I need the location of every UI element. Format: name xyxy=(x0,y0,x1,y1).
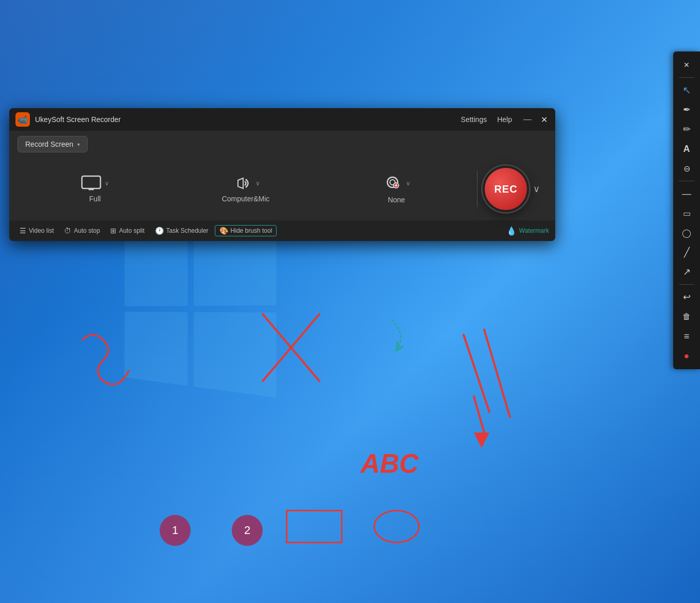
toolbar-row: Record Screen ▾ xyxy=(9,131,555,158)
watermark-label: Watermark xyxy=(519,227,549,234)
task-scheduler-item[interactable]: 🕐 Task Scheduler xyxy=(151,227,213,235)
diagonal-line-tool[interactable]: ╱ xyxy=(675,243,698,262)
title-bar: 📹 UkeySoft Screen Recorder Settings Help… xyxy=(9,108,555,131)
app-logo: 📹 xyxy=(15,112,30,127)
panel-divider-3 xyxy=(679,284,694,285)
ellipse-tool[interactable]: ◯ xyxy=(675,223,698,242)
hide-brush-icon: 🎨 xyxy=(219,227,228,235)
record-mode-dropdown[interactable]: Record Screen ▾ xyxy=(18,136,88,152)
auto-stop-item[interactable]: ⏱ Auto stop xyxy=(60,227,104,235)
cursor-tool[interactable]: ↖ xyxy=(675,81,698,99)
pen-tool[interactable]: ✒ xyxy=(675,100,698,119)
auto-split-icon: ⊞ xyxy=(110,227,116,235)
watermark-item[interactable]: 💧 Watermark xyxy=(506,226,549,236)
audio-icon-group: ∨ xyxy=(232,175,260,192)
help-menu[interactable]: Help xyxy=(497,115,512,124)
rec-dropdown-caret[interactable]: ∨ xyxy=(533,183,540,195)
rec-button[interactable]: REC xyxy=(483,166,529,212)
windows-logo xyxy=(113,232,268,386)
arrow-tool[interactable]: ↗ xyxy=(675,263,698,281)
panel-divider-1 xyxy=(679,77,694,78)
audio-control[interactable]: ∨ Computer&Mic xyxy=(170,175,321,203)
app-window: 📹 UkeySoft Screen Recorder Settings Help… xyxy=(9,108,555,241)
hide-brush-label: Hide brush tool xyxy=(231,227,272,234)
audio-label: Computer&Mic xyxy=(222,195,270,203)
watermark-icon: 💧 xyxy=(506,226,517,236)
line-tool[interactable]: — xyxy=(675,184,698,203)
hide-brush-tool-item[interactable]: 🎨 Hide brush tool xyxy=(215,225,277,236)
settings-menu[interactable]: Settings xyxy=(461,115,487,124)
video-list-icon: ☰ xyxy=(20,227,26,235)
task-scheduler-icon: 🕐 xyxy=(155,227,164,235)
delete-tool[interactable]: 🗑 xyxy=(675,307,698,326)
app-title: UkeySoft Screen Recorder xyxy=(35,115,461,124)
audio-caret: ∨ xyxy=(255,180,260,187)
auto-split-item[interactable]: ⊞ Auto split xyxy=(106,227,148,235)
close-window-button[interactable]: ✕ xyxy=(539,115,549,125)
rec-section: REC ∨ xyxy=(483,166,545,212)
svg-marker-3 xyxy=(238,178,243,188)
rectangle-tool[interactable]: ▭ xyxy=(675,204,698,222)
undo-tool[interactable]: ↩ xyxy=(675,288,698,306)
right-panel: ✕ ↖ ✒ ✏ A ⊖ — ▭ ◯ ╱ ↗ ↩ 🗑 ≡ ● xyxy=(673,51,700,369)
camera-icon-group: ∨ xyxy=(382,174,411,193)
auto-stop-icon: ⏱ xyxy=(64,227,71,235)
svg-rect-0 xyxy=(82,176,100,188)
video-list-item[interactable]: ☰ Video list xyxy=(15,227,58,235)
ellipse-annotation xyxy=(373,510,420,543)
desktop-background xyxy=(0,0,700,603)
task-scheduler-label: Task Scheduler xyxy=(166,227,209,234)
bottom-bar: ☰ Video list ⏱ Auto stop ⊞ Auto split 🕐 … xyxy=(9,220,555,241)
abc-annotation: ABC xyxy=(361,448,419,479)
minimize-button[interactable]: — xyxy=(522,115,533,124)
eraser-tool[interactable]: ⊖ xyxy=(675,159,698,178)
right-panel-close[interactable]: ✕ xyxy=(675,56,698,74)
window-controls: — ✕ xyxy=(522,115,549,125)
display-control[interactable]: ∨ Full xyxy=(20,175,170,203)
camera-caret: ∨ xyxy=(406,180,411,187)
auto-stop-label: Auto stop xyxy=(74,227,100,234)
display-caret: ∨ xyxy=(105,180,109,187)
title-bar-menu: Settings Help xyxy=(461,115,512,124)
number-circle-2: 2 xyxy=(232,515,263,546)
marker-tool[interactable]: ✏ xyxy=(675,120,698,139)
rectangle-annotation xyxy=(286,510,343,543)
text-tool[interactable]: A xyxy=(675,140,698,158)
camera-control[interactable]: ∨ None xyxy=(321,174,472,204)
menu-tool[interactable]: ≡ xyxy=(675,327,698,346)
dropdown-arrow-icon: ▾ xyxy=(77,142,80,147)
display-icon-group: ∨ xyxy=(81,175,109,192)
record-mode-label: Record Screen xyxy=(25,140,73,148)
panel-divider-2 xyxy=(679,181,694,181)
display-label: Full xyxy=(89,195,101,203)
vertical-divider xyxy=(477,171,477,207)
record-dot-tool[interactable]: ● xyxy=(675,347,698,365)
video-list-label: Video list xyxy=(29,227,54,234)
main-content: ∨ Full ∨ Computer&Mic xyxy=(9,158,555,220)
number-circle-1: 1 xyxy=(160,515,191,546)
auto-split-label: Auto split xyxy=(119,227,144,234)
camera-label: None xyxy=(388,196,405,204)
